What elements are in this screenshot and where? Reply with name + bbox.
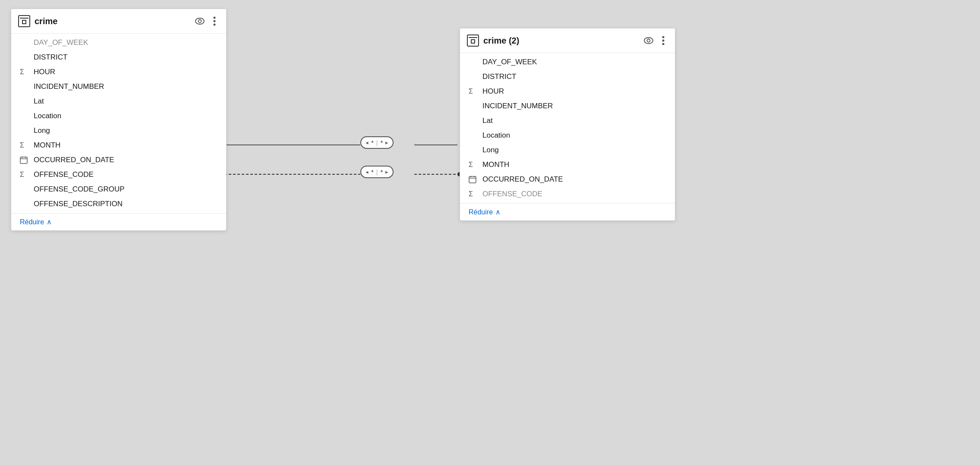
field-name2-district: DISTRICT	[482, 72, 516, 81]
connector-right-arrow-2: ▸	[385, 169, 388, 175]
svg-point-9	[214, 20, 216, 22]
connector-right-arrow-1: ▸	[385, 139, 388, 146]
svg-point-7	[199, 20, 202, 23]
connector-badge-1[interactable]: ◂ * | * ▸	[360, 136, 394, 149]
field-row-offense-description[interactable]: OFFENSE_DESCRIPTION	[11, 197, 226, 211]
field-icon2-offense-code: Σ	[469, 190, 478, 198]
field-name-district: DISTRICT	[34, 53, 67, 62]
field-name2-day-of-week: DAY_OF_WEEK	[482, 58, 537, 66]
table-icon-crime2	[467, 35, 479, 47]
more-icon-crime[interactable]	[210, 16, 219, 26]
card-header-crime: crime	[11, 9, 226, 34]
table-card-crime: crime	[11, 9, 227, 231]
field-row-offense-code-group[interactable]: OFFENSE_CODE_GROUP	[11, 182, 226, 197]
field-row-location[interactable]: Location	[11, 109, 226, 123]
table-icon-crime	[18, 15, 30, 27]
field-name-occurred: OCCURRED_ON_DATE	[34, 156, 114, 164]
card-header-crime2: crime (2)	[460, 28, 675, 53]
card-title-crime: crime	[35, 16, 195, 26]
svg-point-19	[662, 43, 665, 45]
field-row-incident-number[interactable]: INCIDENT_NUMBER	[11, 79, 226, 94]
canvas: crime	[0, 0, 980, 465]
reduce-btn-crime[interactable]: Réduire ∧	[20, 218, 52, 226]
field-name2-incident: INCIDENT_NUMBER	[482, 102, 553, 110]
chevron-up-icon-crime2: ∧	[495, 208, 501, 216]
table-body-crime: DAY_OF_WEEK DISTRICT Σ HOUR INCIDENT_NUM…	[11, 34, 226, 213]
table-icon-inner-2	[471, 39, 475, 44]
field-row2-month[interactable]: Σ MONTH	[460, 157, 675, 172]
field-row-occurred-on-date[interactable]: OCCURRED_ON_DATE	[11, 153, 226, 167]
connector-badge-2[interactable]: ◂ * | * ▸	[360, 166, 394, 178]
field-icon2-hour: Σ	[469, 88, 478, 95]
field-row2-occurred-on-date[interactable]: OCCURRED_ON_DATE	[460, 172, 675, 187]
field-row-lat[interactable]: Lat	[11, 94, 226, 109]
field-icon-occurred	[20, 156, 29, 164]
field-name-offense-code: OFFENSE_CODE	[34, 170, 94, 179]
more-icon-crime2[interactable]	[659, 36, 668, 45]
svg-rect-11	[20, 157, 27, 163]
field-row-hour[interactable]: Σ HOUR	[11, 65, 226, 79]
card-title-crime2: crime (2)	[483, 36, 644, 46]
field-name2-offense-code: OFFENSE_CODE	[482, 190, 542, 198]
svg-point-8	[214, 17, 216, 19]
field-name-offense-code-group: OFFENSE_CODE_GROUP	[34, 185, 125, 194]
reduce-label-crime2: Réduire	[469, 208, 493, 216]
field-name-location: Location	[34, 112, 61, 120]
field-row2-district[interactable]: DISTRICT	[460, 69, 675, 84]
table-body-crime2: DAY_OF_WEEK DISTRICT Σ HOUR INCIDENT_NUM…	[460, 53, 675, 203]
field-name-long: Long	[34, 126, 50, 135]
svg-point-16	[647, 39, 650, 42]
field-name-month: MONTH	[34, 141, 60, 150]
connector-separator-1: |	[376, 139, 378, 146]
svg-point-18	[662, 40, 665, 42]
field-name-incident: INCIDENT_NUMBER	[34, 82, 104, 91]
field-name2-long: Long	[482, 146, 499, 154]
field-row-day-of-week[interactable]: DAY_OF_WEEK	[11, 35, 226, 50]
svg-point-17	[662, 36, 665, 38]
field-icon-offense-code: Σ	[20, 171, 29, 179]
connector-separator-2: |	[376, 169, 378, 176]
field-row2-lat[interactable]: Lat	[460, 113, 675, 128]
field-name2-hour: HOUR	[482, 87, 504, 96]
connector-left-arrow-1: ◂	[366, 139, 369, 146]
field-name2-location: Location	[482, 131, 510, 140]
field-name2-occurred: OCCURRED_ON_DATE	[482, 175, 563, 184]
header-actions-crime2	[644, 36, 668, 45]
connector-star1-1: *	[371, 139, 374, 146]
field-row-district[interactable]: DISTRICT	[11, 50, 226, 65]
field-row2-location[interactable]: Location	[460, 128, 675, 143]
field-row-offense-code[interactable]: Σ OFFENSE_CODE	[11, 167, 226, 182]
field-name2-lat: Lat	[482, 116, 493, 125]
eye-icon-crime2[interactable]	[644, 36, 653, 45]
eye-icon-crime[interactable]	[195, 16, 205, 26]
field-name-offense-desc: OFFENSE_DESCRIPTION	[34, 200, 123, 208]
field-name-hour: HOUR	[34, 68, 55, 76]
connector-star1-2: *	[371, 168, 374, 176]
svg-point-15	[644, 38, 653, 44]
table-icon-inner	[22, 20, 26, 24]
field-row-long[interactable]: Long	[11, 123, 226, 138]
field-icon2-month: Σ	[469, 161, 478, 169]
field-icon-hour: Σ	[20, 68, 29, 76]
chevron-up-icon-crime: ∧	[47, 218, 52, 226]
connector-left-arrow-2: ◂	[366, 169, 369, 175]
field-name-lat: Lat	[34, 97, 44, 106]
svg-point-10	[214, 24, 216, 26]
field-name2-month: MONTH	[482, 160, 509, 169]
field-row-month[interactable]: Σ MONTH	[11, 138, 226, 153]
card-footer-crime: Réduire ∧	[11, 213, 226, 230]
field-icon2-occurred	[469, 176, 478, 184]
header-actions-crime	[195, 16, 219, 26]
field-row2-day-of-week[interactable]: DAY_OF_WEEK	[460, 55, 675, 69]
card-footer-crime2: Réduire ∧	[460, 203, 675, 220]
field-row2-hour[interactable]: Σ HOUR	[460, 84, 675, 99]
field-row2-offense-code[interactable]: Σ OFFENSE_CODE	[460, 187, 675, 201]
field-row2-incident-number[interactable]: INCIDENT_NUMBER	[460, 99, 675, 113]
table-card-crime2: crime (2)	[460, 28, 675, 221]
field-row2-long[interactable]: Long	[460, 143, 675, 157]
svg-point-6	[195, 18, 204, 24]
svg-rect-20	[469, 176, 476, 183]
connector-star2-2: *	[380, 168, 383, 176]
reduce-btn-crime2[interactable]: Réduire ∧	[469, 208, 501, 216]
field-icon-month: Σ	[20, 141, 29, 149]
